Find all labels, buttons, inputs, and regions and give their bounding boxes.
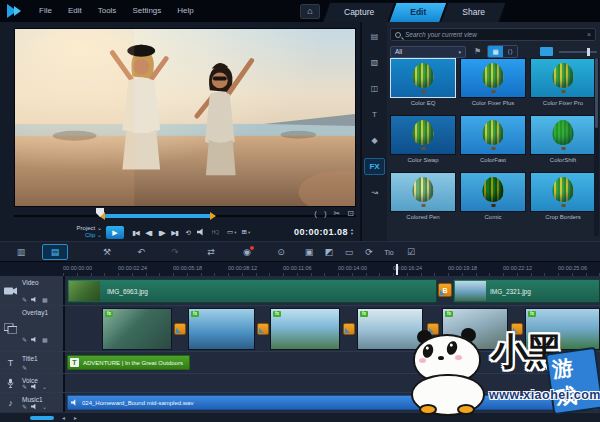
record-capture-icon[interactable]: ◉ xyxy=(238,244,256,260)
project-mode-toggle[interactable]: Project ⌄ xyxy=(0,225,102,232)
title-track-header[interactable]: T Title1 ✎ xyxy=(0,352,65,373)
enlarge-preview-button[interactable]: ⊡ xyxy=(347,209,354,218)
clip-mode-toggle[interactable]: Clip ⌄ xyxy=(0,232,102,239)
split-clip-button[interactable]: ✂ xyxy=(334,209,341,218)
library-scrollbar[interactable] xyxy=(594,58,599,236)
title-icon[interactable]: T xyxy=(364,106,385,123)
overlay-track-header[interactable]: Overlay1 ✎ ▦ xyxy=(0,306,65,351)
graphic-icon[interactable]: ◆ xyxy=(364,132,385,149)
fx-item-comic[interactable]: Comic xyxy=(460,172,526,220)
transition-clip[interactable]: B xyxy=(438,283,452,297)
transition-icon[interactable]: ◫ xyxy=(364,80,385,97)
display-options-icon[interactable] xyxy=(540,47,553,56)
fx-item-colorfast[interactable]: ColorFast xyxy=(460,115,526,163)
redo-icon[interactable]: ↷ xyxy=(166,244,184,260)
undo-icon[interactable]: ↶ xyxy=(132,244,150,260)
preview-video-frame[interactable] xyxy=(14,28,356,207)
overlay-clip[interactable]: fx xyxy=(442,308,508,350)
transparency-icon[interactable]: ▦ xyxy=(42,336,48,343)
timeline-view-button[interactable]: ▤ xyxy=(42,244,68,260)
next-frame-button[interactable]: ▮▶ xyxy=(155,226,168,239)
library-search[interactable]: Search your current view × xyxy=(390,28,596,41)
search-input[interactable]: Search your current view xyxy=(405,31,587,38)
edit-pencil-icon[interactable]: ✎ xyxy=(22,296,27,303)
menu-help[interactable]: Help xyxy=(169,0,201,22)
mute-speaker-icon[interactable] xyxy=(31,297,38,303)
overlay-clip[interactable]: fx xyxy=(357,308,423,350)
menu-tools[interactable]: Tools xyxy=(90,0,125,22)
fx-item-colored-pen[interactable]: Colored Pen xyxy=(390,172,456,220)
mute-speaker-icon[interactable] xyxy=(31,404,38,410)
waveform-toggle-icon[interactable]: ⌄ xyxy=(42,403,47,410)
previous-frame-button[interactable]: ◀▮ xyxy=(142,226,155,239)
edit-pencil-icon[interactable]: ✎ xyxy=(22,383,27,390)
play-button[interactable]: ▶ xyxy=(106,226,124,239)
mute-speaker-icon[interactable] xyxy=(31,384,38,390)
home-icon[interactable]: ⌂ xyxy=(300,4,320,19)
fx-item-color-fixer-plus[interactable]: Color Fixer Plus xyxy=(460,58,526,106)
transition-clip[interactable] xyxy=(343,323,355,335)
timeline-ruler[interactable]: 00:00:00:00 00:00:02:24 00:00:05:18 00:0… xyxy=(0,261,600,276)
thumbnail-view-button[interactable]: ▦ xyxy=(488,46,503,57)
waveform-toggle-icon[interactable]: ⌄ xyxy=(42,383,47,390)
title-options-icon[interactable]: Tio xyxy=(380,244,398,260)
list-view-button[interactable]: ⟨⟩ xyxy=(503,46,518,57)
thumbnail-size-slider[interactable] xyxy=(559,46,596,58)
music-clip[interactable]: 024_Homeward_Bound mid-sampled.wav xyxy=(67,395,598,410)
enable-check-icon[interactable]: ☑ xyxy=(402,244,420,260)
ripple-editing-icon[interactable]: ⇄ xyxy=(202,244,220,260)
fx-item-crop-borders[interactable]: Crop Borders xyxy=(530,172,596,220)
mark-out-button[interactable]: ) xyxy=(324,209,327,218)
edit-pencil-icon[interactable]: ✎ xyxy=(22,336,27,343)
panel-drag-handle[interactable] xyxy=(394,23,424,26)
timecode-stepper[interactable]: ▲▼ xyxy=(350,228,354,236)
subtitle-editor-icon[interactable]: ▭ xyxy=(340,244,358,260)
scroll-left-button[interactable]: ◄ xyxy=(61,413,66,422)
slider-thumb[interactable] xyxy=(587,48,590,56)
repeat-button[interactable]: ⟲ xyxy=(181,226,194,239)
multicam-editor-icon[interactable]: ▣ xyxy=(300,244,318,260)
menu-edit[interactable]: Edit xyxy=(60,0,90,22)
overlay-clip[interactable]: fx xyxy=(188,308,255,350)
transition-clip[interactable] xyxy=(257,323,269,335)
fx-item-colorshift[interactable]: ColorShift xyxy=(530,115,596,163)
mute-speaker-icon[interactable] xyxy=(31,337,38,343)
transition-clip[interactable] xyxy=(427,323,439,335)
zoom-dropdown[interactable]: ⊞▾ xyxy=(241,228,250,236)
title-clip[interactable]: T ADVENTURE | In the Great Outdoors xyxy=(67,355,190,370)
fx-item-color-swap[interactable]: Color Swap xyxy=(390,115,456,163)
transparency-icon[interactable]: ▦ xyxy=(42,296,48,303)
filter-fx-icon[interactable]: FX xyxy=(364,158,385,175)
trim-bar[interactable] xyxy=(105,214,210,218)
video-clip-2[interactable]: IMG_2321.jpg xyxy=(453,279,600,303)
edit-pencil-icon[interactable]: ✎ xyxy=(22,364,27,371)
tab-share[interactable]: Share xyxy=(444,2,503,22)
hq-toggle[interactable]: HQ xyxy=(209,226,222,239)
scrollbar-thumb[interactable] xyxy=(595,58,598,128)
volume-icon[interactable] xyxy=(197,228,206,236)
menu-settings[interactable]: Settings xyxy=(124,0,169,22)
menu-file[interactable]: File xyxy=(31,0,60,22)
mask-creator-icon[interactable]: ◩ xyxy=(320,244,338,260)
transition-clip[interactable] xyxy=(511,323,523,335)
customize-toolbar-icon[interactable]: ⚒ xyxy=(98,244,116,260)
media-icon[interactable]: ▤ xyxy=(364,28,385,45)
music-track-header[interactable]: ♪ Music1 ✎ ⌄ xyxy=(0,393,65,412)
motion-tracking-icon[interactable]: ⊙ xyxy=(272,244,290,260)
storyboard-view-button[interactable]: ▥ xyxy=(8,244,34,260)
edit-pencil-icon[interactable]: ✎ xyxy=(22,403,27,410)
trim-end-handle[interactable] xyxy=(210,212,216,220)
video-track-header[interactable]: Video ✎ ▦ xyxy=(0,276,65,305)
tab-capture[interactable]: Capture xyxy=(326,2,392,22)
instant-project-icon[interactable]: ▧ xyxy=(364,54,385,71)
playhead-marker[interactable] xyxy=(396,264,398,275)
overlay-clip[interactable]: fx xyxy=(270,308,340,350)
voice-track-header[interactable]: Voice ✎ ⌄ xyxy=(0,374,65,392)
fx-item-color-fixer-pro[interactable]: Color Fixer Pro xyxy=(530,58,596,106)
overlay-clip[interactable]: fx xyxy=(525,308,600,350)
tab-edit[interactable]: Edit xyxy=(392,2,444,22)
gallery-filter-dropdown[interactable]: All ▾ xyxy=(390,46,466,58)
aspect-dropdown[interactable]: ▭▾ xyxy=(227,228,236,236)
go-end-button[interactable]: ▶▮ xyxy=(168,226,181,239)
overlay-clip[interactable]: fx xyxy=(102,308,172,350)
